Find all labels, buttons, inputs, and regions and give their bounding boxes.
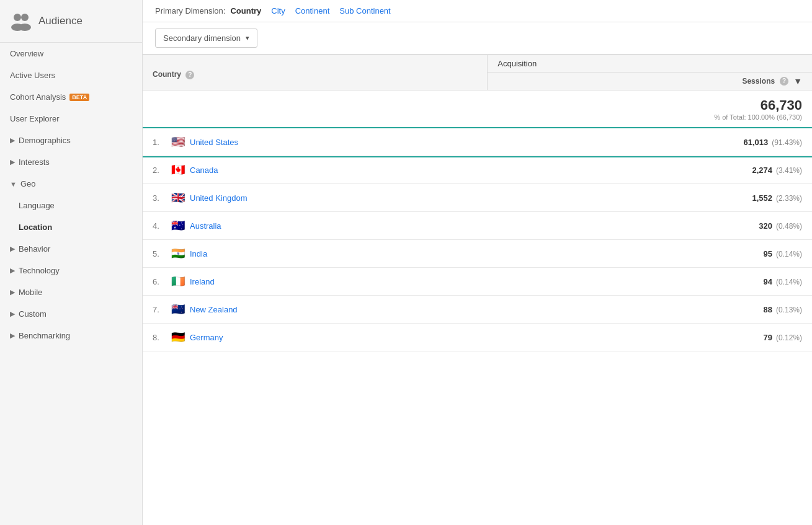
country-col-header: Country bbox=[153, 70, 181, 79]
sidebar-item-custom[interactable]: ▶Custom bbox=[0, 303, 142, 325]
sessions-cell-2: 2,274(3.41%) bbox=[488, 156, 812, 184]
total-label-cell bbox=[143, 90, 488, 128]
sessions-pct-8: (0.12%) bbox=[776, 333, 802, 342]
sidebar-item-benchmarking[interactable]: ▶Benchmarking bbox=[0, 325, 142, 346]
flag-1: 🇺🇸 bbox=[171, 135, 185, 149]
dim-option-sub-continent[interactable]: Sub Continent bbox=[339, 6, 390, 15]
country-help-icon[interactable]: ? bbox=[185, 71, 194, 79]
sidebar-item-technology[interactable]: ▶Technology bbox=[0, 260, 142, 281]
sidebar-item-mobile[interactable]: ▶Mobile bbox=[0, 281, 142, 303]
sessions-value-4: 320 bbox=[759, 221, 772, 231]
country-cell-6: 6. 🇮🇪 Ireland bbox=[143, 268, 488, 296]
country-cell-3: 3. 🇬🇧 United Kingdom bbox=[143, 184, 488, 212]
table-row: 1. 🇺🇸 United States 61,013(91.43%) bbox=[143, 128, 812, 156]
svg-point-0 bbox=[14, 14, 21, 21]
beta-badge-cohort-analysis: BETA bbox=[69, 94, 89, 101]
country-link-6[interactable]: Ireland bbox=[190, 277, 215, 286]
sessions-pct-2: (3.41%) bbox=[776, 166, 802, 175]
table-row: 2. 🇨🇦 Canada 2,274(3.41%) bbox=[143, 156, 812, 184]
dim-option-continent[interactable]: Continent bbox=[295, 6, 330, 15]
country-cell-2: 2. 🇨🇦 Canada bbox=[143, 156, 488, 184]
secondary-dimension-button[interactable]: Secondary dimension ▾ bbox=[155, 29, 257, 48]
sessions-value-2: 2,274 bbox=[752, 165, 772, 175]
country-link-1[interactable]: United States bbox=[190, 138, 238, 147]
flag-7: 🇳🇿 bbox=[171, 302, 185, 316]
country-link-8[interactable]: Germany bbox=[190, 333, 223, 342]
row-num-2: 2. bbox=[153, 165, 165, 175]
sessions-pct-4: (0.48%) bbox=[776, 222, 802, 231]
custom-arrow-icon: ▶ bbox=[10, 310, 15, 318]
total-pct-value: % of Total: 100.00% (66,730) bbox=[497, 113, 802, 121]
table-row: 8. 🇩🇪 Germany 79(0.12%) bbox=[143, 324, 812, 351]
total-sessions-value: 66,730 bbox=[497, 97, 802, 113]
table-row: 6. 🇮🇪 Ireland 94(0.14%) bbox=[143, 268, 812, 296]
dim-option-city[interactable]: City bbox=[271, 6, 285, 15]
sidebar-item-user-explorer[interactable]: User Explorer bbox=[0, 108, 142, 130]
main-content: Primary Dimension: CountryCityContinentS… bbox=[143, 0, 812, 525]
total-row: 66,730 % of Total: 100.00% (66,730) bbox=[143, 90, 812, 128]
sessions-value-1: 61,013 bbox=[744, 138, 769, 147]
acquisition-header: Acquisition bbox=[488, 55, 812, 73]
row-num-7: 7. bbox=[153, 305, 165, 314]
sidebar-item-overview[interactable]: Overview bbox=[0, 43, 142, 64]
row-num-5: 5. bbox=[153, 249, 165, 258]
sidebar-item-label-overview: Overview bbox=[10, 49, 43, 58]
row-num-3: 3. bbox=[153, 193, 165, 203]
mobile-arrow-icon: ▶ bbox=[10, 288, 15, 296]
sidebar-item-label-behavior: Behavior bbox=[19, 244, 50, 254]
sidebar-item-location[interactable]: Location bbox=[0, 216, 142, 238]
sidebar-item-label-active-users: Active Users bbox=[10, 71, 55, 80]
sessions-cell-5: 95(0.14%) bbox=[488, 240, 812, 268]
svg-point-1 bbox=[21, 14, 29, 21]
table-row: 7. 🇳🇿 New Zealand 88(0.13%) bbox=[143, 296, 812, 324]
sessions-cell-7: 88(0.13%) bbox=[488, 296, 812, 324]
sessions-cell-4: 320(0.48%) bbox=[488, 212, 812, 240]
sessions-pct-1: (91.43%) bbox=[772, 138, 802, 147]
row-num-6: 6. bbox=[153, 277, 165, 286]
sessions-help-icon[interactable]: ? bbox=[780, 77, 788, 86]
sidebar: Audience OverviewActive UsersCohort Anal… bbox=[0, 0, 143, 525]
sidebar-item-active-users[interactable]: Active Users bbox=[0, 64, 142, 86]
sidebar-item-label-demographics: Demographics bbox=[19, 136, 71, 145]
geo-arrow-icon: ▼ bbox=[10, 180, 17, 188]
table-row: 3. 🇬🇧 United Kingdom 1,552(2.33%) bbox=[143, 184, 812, 212]
flag-8: 🇩🇪 bbox=[171, 330, 185, 344]
sidebar-item-behavior[interactable]: ▶Behavior bbox=[0, 238, 142, 260]
sessions-value-5: 95 bbox=[764, 249, 772, 258]
table-row: 4. 🇦🇺 Australia 320(0.48%) bbox=[143, 212, 812, 240]
sidebar-item-language[interactable]: Language bbox=[0, 195, 142, 216]
sidebar-item-cohort-analysis[interactable]: Cohort AnalysisBETA bbox=[0, 86, 142, 108]
sessions-pct-6: (0.14%) bbox=[776, 278, 802, 286]
sidebar-item-geo[interactable]: ▼Geo bbox=[0, 173, 142, 195]
primary-dim-label: Primary Dimension: bbox=[155, 6, 225, 15]
sidebar-items-container: OverviewActive UsersCohort AnalysisBETAU… bbox=[0, 43, 142, 346]
sidebar-item-demographics[interactable]: ▶Demographics bbox=[0, 130, 142, 151]
sidebar-item-label-geo: Geo bbox=[20, 179, 36, 188]
sidebar-item-interests[interactable]: ▶Interests bbox=[0, 151, 142, 173]
sessions-cell-8: 79(0.12%) bbox=[488, 324, 812, 351]
country-link-7[interactable]: New Zealand bbox=[190, 305, 238, 314]
sort-icon[interactable]: ▼ bbox=[793, 76, 802, 86]
sessions-cell-1: 61,013(91.43%) bbox=[488, 128, 812, 156]
sessions-cell-3: 1,552(2.33%) bbox=[488, 184, 812, 212]
country-cell-5: 5. 🇮🇳 India bbox=[143, 240, 488, 268]
country-link-5[interactable]: India bbox=[190, 249, 207, 258]
sidebar-item-label-technology: Technology bbox=[19, 266, 60, 275]
country-link-3[interactable]: United Kingdom bbox=[190, 193, 248, 203]
sessions-value-7: 88 bbox=[764, 305, 772, 314]
secondary-dimension-area: Secondary dimension ▾ bbox=[143, 22, 812, 55]
country-cell-7: 7. 🇳🇿 New Zealand bbox=[143, 296, 488, 324]
country-link-4[interactable]: Australia bbox=[190, 221, 221, 231]
sessions-pct-7: (0.13%) bbox=[776, 306, 802, 314]
country-cell-8: 8. 🇩🇪 Germany bbox=[143, 324, 488, 351]
dim-option-country[interactable]: Country bbox=[230, 6, 261, 15]
row-num-8: 8. bbox=[153, 333, 165, 342]
country-link-2[interactable]: Canada bbox=[190, 165, 218, 175]
dimension-options: CountryCityContinentSub Continent bbox=[230, 6, 400, 15]
sessions-value-8: 79 bbox=[764, 333, 772, 342]
sidebar-item-label-custom: Custom bbox=[19, 309, 47, 319]
table-row: 5. 🇮🇳 India 95(0.14%) bbox=[143, 240, 812, 268]
svg-point-3 bbox=[19, 24, 31, 31]
country-cell-1: 1. 🇺🇸 United States bbox=[143, 128, 488, 156]
flag-6: 🇮🇪 bbox=[171, 275, 185, 288]
